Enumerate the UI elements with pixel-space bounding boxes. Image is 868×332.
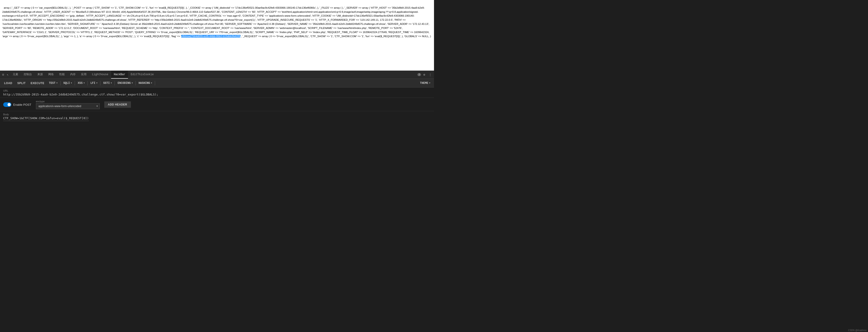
enable-post-label: Enable POST	[13, 103, 31, 107]
theme-arrow-icon: ▼	[429, 82, 430, 84]
encoding-arrow-icon: ▼	[132, 82, 133, 84]
separator-1	[60, 81, 61, 86]
enctype-select-wrapper: application/x-www-form-urlencoded	[36, 103, 100, 109]
flag-highlight: ctfshow{7564d655-ecf5-44bb-95b2-b15dbb3f…	[181, 35, 241, 38]
add-header-button[interactable]: ADD HEADER	[104, 101, 131, 108]
tab-editthiscookie[interactable]: EditThisCookie	[128, 71, 156, 79]
xss-dropdown[interactable]: XSS ▼	[76, 81, 87, 86]
tab-network[interactable]: 网络	[45, 71, 57, 79]
body-value[interactable]: CTF_SHOW=1&CTF[SHOW.COM=1&fun=eval($_REQ…	[3, 116, 89, 121]
hashing-arrow-icon: ▼	[151, 82, 152, 84]
enctype-select[interactable]: application/x-www-form-urlencoded	[36, 103, 100, 109]
tab-console[interactable]: 控制台	[21, 71, 35, 79]
url-section: URL http://35b2d9b9-2015-4aa9-b2e9-2ddb8…	[0, 88, 434, 98]
ssti-arrow-icon: ▼	[111, 82, 112, 84]
error-badge: 2	[417, 73, 421, 76]
lfi-arrow-icon: ▼	[96, 82, 97, 84]
lfi-dropdown[interactable]: LFI ▼	[89, 81, 99, 86]
separator-5	[115, 81, 115, 86]
load-button[interactable]: LOAD	[2, 81, 14, 86]
enctype-label: enctype	[36, 100, 100, 103]
body-label: Body	[3, 113, 431, 116]
ssti-dropdown[interactable]: SSTI ▼	[101, 81, 114, 86]
hackbar-toolbar: LOAD SPLIT EXECUTE TEST ▼ SQLI ▼ XSS ▼ L…	[0, 79, 434, 88]
enable-post-toggle[interactable]	[3, 102, 11, 107]
tab-performance[interactable]: 性能	[57, 71, 67, 79]
browser-output: array ( '_GET' => array ( 0 => 'var_expo…	[0, 0, 434, 71]
tab-memory[interactable]: 内存	[67, 71, 78, 79]
xss-arrow-icon: ▼	[84, 82, 85, 84]
post-section: Enable POST enctype application/x-www-fo…	[0, 98, 434, 111]
sqli-arrow-icon: ▼	[71, 82, 72, 84]
separator-4	[100, 81, 100, 86]
separator-3	[87, 81, 88, 86]
body-section: Body CTF_SHOW=1&CTF[SHOW.COM=1&fun=eval(…	[0, 111, 434, 123]
sqli-dropdown[interactable]: SQLI ▼	[61, 81, 74, 86]
devtools-right-controls: 2 ⚙ ⋮	[417, 73, 433, 77]
enable-post-container: Enable POST	[3, 102, 31, 107]
encoding-dropdown[interactable]: ENCODING ▼	[116, 81, 134, 86]
settings-icon[interactable]: ⚙	[422, 73, 427, 77]
responsive-icon[interactable]: ⊡	[1, 73, 5, 77]
tab-lighthouse[interactable]: Lighthouse	[89, 71, 111, 79]
enctype-section: enctype application/x-www-form-urlencode…	[36, 100, 100, 109]
hashing-dropdown[interactable]: HASHING ▼	[136, 81, 154, 86]
tab-sources[interactable]: 来源	[35, 71, 45, 79]
tab-hackbar[interactable]: HackBar	[111, 71, 128, 79]
tab-elements[interactable]: 元素	[10, 71, 21, 79]
cursor-icon[interactable]: ↖	[5, 73, 10, 77]
execute-button[interactable]: EXECUTE	[28, 81, 47, 86]
theme-dropdown[interactable]: THEME ▼	[418, 81, 432, 86]
test-dropdown[interactable]: TEST ▼	[47, 81, 59, 86]
hackbar-content: URL http://35b2d9b9-2015-4aa9-b2e9-2ddb8…	[0, 88, 434, 123]
test-arrow-icon: ▼	[57, 82, 58, 84]
split-button[interactable]: SPLIT	[15, 81, 28, 86]
output-text-end: ', '_REQUEST' => array ( 0 => '0=var_exp…	[241, 35, 431, 38]
devtools-tabs-bar: ⊡ ↖ 元素 控制台 来源 网络 性能 内存 应用 Lighthouse Hac…	[0, 71, 434, 79]
separator-6	[135, 81, 136, 86]
tab-application[interactable]: 应用	[78, 71, 89, 79]
url-value[interactable]: http://35b2d9b9-2015-4aa9-b2e9-2ddb8249d…	[3, 93, 431, 96]
more-icon[interactable]: ⋮	[427, 73, 433, 77]
output-text-italic: Apache/2.4.38 (Debian) Server at 35b2d9b…	[102, 23, 223, 25]
url-label: URL	[3, 89, 431, 92]
